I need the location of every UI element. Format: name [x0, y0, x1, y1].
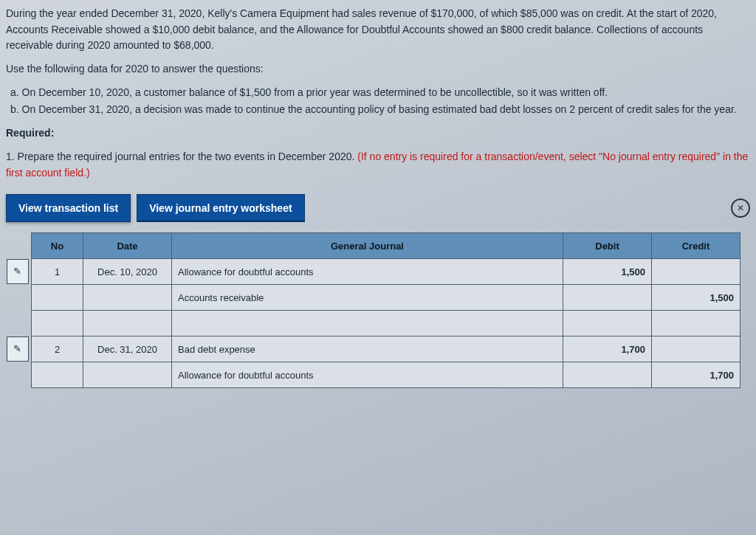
col-credit: Credit [652, 233, 740, 259]
cell-no [32, 285, 83, 311]
edit-row-button[interactable]: ✎ [7, 336, 29, 362]
cell-debit[interactable]: 1,700 [563, 336, 652, 362]
cell-account[interactable]: Bad debt expense [172, 336, 563, 362]
cell-debit[interactable] [563, 362, 652, 388]
requirement-1-text: 1. Prepare the required journal entries … [6, 151, 357, 162]
cell-no [32, 362, 83, 388]
requirement-1: 1. Prepare the required journal entries … [6, 149, 750, 181]
table-row: Allowance for doubtful accounts 1,700 [32, 362, 740, 388]
intro-lead: Use the following data for 2020 to answe… [6, 61, 750, 77]
table-row: ✎ 2 Dec. 31, 2020 Bad debt expense 1,700 [32, 336, 740, 362]
cell-account[interactable] [172, 311, 563, 336]
cell-date[interactable]: Dec. 31, 2020 [83, 336, 172, 362]
cell-date[interactable]: Dec. 10, 2020 [83, 259, 172, 285]
cell-account[interactable]: Allowance for doubtful accounts [172, 259, 563, 285]
close-icon[interactable]: ✕ [731, 199, 750, 218]
problem-statement: During the year ended December 31, 2020,… [6, 6, 750, 181]
table-header-row: No Date General Journal Debit Credit [32, 233, 740, 259]
table-row: ✎ 1 Dec. 10, 2020 Allowance for doubtful… [32, 259, 740, 285]
cell-credit[interactable] [652, 311, 740, 336]
tab-bar: View transaction list View journal entry… [6, 194, 750, 222]
edit-row-button[interactable]: ✎ [7, 259, 29, 284]
entry-no: 2 [55, 344, 60, 355]
cell-debit[interactable] [563, 311, 652, 336]
cell-credit[interactable] [652, 259, 740, 285]
journal-table-wrap: No Date General Journal Debit Credit ✎ 1… [6, 232, 750, 388]
cell-credit[interactable]: 1,700 [652, 362, 740, 388]
pencil-icon: ✎ [13, 343, 21, 354]
required-heading: Required: [6, 125, 750, 142]
cell-debit[interactable]: 1,500 [563, 259, 652, 285]
item-b: b. On December 31, 2020, a decision was … [10, 102, 750, 118]
entry-no: 1 [55, 266, 60, 277]
item-a: a. On December 10, 2020, a customer bala… [10, 85, 750, 101]
col-debit: Debit [563, 233, 652, 259]
general-journal-table: No Date General Journal Debit Credit ✎ 1… [31, 232, 740, 388]
col-general-journal: General Journal [172, 233, 563, 259]
col-no: No [32, 233, 83, 259]
intro-paragraph: During the year ended December 31, 2020,… [6, 6, 750, 54]
pencil-icon: ✎ [13, 266, 21, 277]
cell-account[interactable]: Allowance for doubtful accounts [172, 362, 563, 388]
given-data-list: a. On December 10, 2020, a customer bala… [6, 85, 750, 118]
cell-date[interactable] [83, 311, 172, 336]
table-row: Accounts receivable 1,500 [32, 285, 740, 311]
cell-no: ✎ 1 [32, 259, 83, 285]
table-row [32, 311, 740, 336]
cell-credit[interactable]: 1,500 [652, 285, 740, 311]
cell-no [32, 311, 83, 336]
cell-date[interactable] [83, 285, 172, 311]
cell-credit[interactable] [652, 336, 740, 362]
view-journal-worksheet-button[interactable]: View journal entry worksheet [137, 194, 304, 222]
cell-no: ✎ 2 [32, 336, 83, 362]
view-transaction-list-button[interactable]: View transaction list [6, 194, 131, 222]
cell-account[interactable]: Accounts receivable [172, 285, 563, 311]
col-date: Date [83, 233, 172, 259]
cell-date[interactable] [83, 362, 172, 388]
cell-debit[interactable] [563, 285, 652, 311]
